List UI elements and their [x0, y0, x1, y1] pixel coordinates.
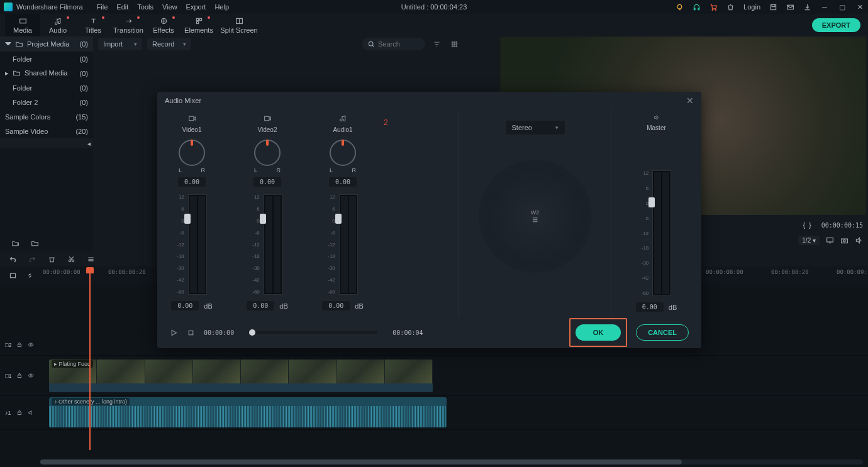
- pan-knob[interactable]: [179, 140, 205, 166]
- search-box[interactable]: [362, 38, 425, 50]
- menu-export[interactable]: Export: [186, 3, 206, 11]
- menu-help[interactable]: Help: [214, 3, 229, 11]
- trash-icon[interactable]: [726, 3, 735, 11]
- svg-point-0: [677, 4, 682, 9]
- close-button[interactable]: ✕: [855, 3, 864, 11]
- mode-dropdown[interactable]: Stereo: [506, 121, 565, 135]
- bulb-icon[interactable]: [676, 3, 684, 11]
- search-input[interactable]: [378, 40, 416, 48]
- dialog-close-icon[interactable]: ✕: [686, 96, 694, 106]
- new-folder-icon[interactable]: [11, 239, 19, 248]
- tab-titles[interactable]: Titles: [75, 14, 111, 36]
- save-icon[interactable]: [769, 3, 777, 11]
- import-dropdown[interactable]: Import: [98, 38, 142, 50]
- lock-icon[interactable]: [16, 409, 23, 417]
- grid-icon[interactable]: [448, 38, 460, 50]
- link-icon[interactable]: [26, 272, 34, 280]
- pan-knob[interactable]: [330, 140, 356, 166]
- ok-button[interactable]: OK: [576, 324, 621, 341]
- sidebar-item[interactable]: Folder(0): [0, 80, 93, 95]
- sidebar-item[interactable]: Sample Video(20): [0, 124, 93, 138]
- menu-file[interactable]: File: [97, 3, 108, 11]
- video-clip[interactable]: ▸ Plating Food: [49, 360, 433, 392]
- tab-elements[interactable]: Elements: [181, 14, 216, 36]
- redo-icon[interactable]: [28, 255, 36, 263]
- cart-icon[interactable]: [709, 3, 718, 11]
- playhead[interactable]: [89, 268, 91, 450]
- db-value[interactable]: 0.00: [322, 301, 350, 310]
- fader[interactable]: [184, 214, 191, 224]
- delete-icon[interactable]: [48, 255, 56, 263]
- db-value[interactable]: 0.00: [247, 301, 274, 310]
- pan-value[interactable]: 0.00: [178, 177, 206, 187]
- download-icon[interactable]: [803, 3, 811, 11]
- pan-r: R: [277, 167, 281, 173]
- headphones-icon[interactable]: [693, 3, 701, 11]
- timeline-scrollbar[interactable]: [40, 459, 863, 464]
- mark-out-icon[interactable]: }: [809, 221, 811, 229]
- fader[interactable]: [260, 214, 266, 224]
- menu-view[interactable]: View: [162, 3, 177, 11]
- cancel-button[interactable]: CANCEL: [636, 324, 689, 341]
- eye-icon[interactable]: [28, 371, 34, 380]
- menu-tools[interactable]: Tools: [137, 3, 153, 11]
- settings-icon[interactable]: [87, 255, 95, 263]
- snapshot-icon[interactable]: [840, 236, 849, 244]
- stop-icon[interactable]: [187, 329, 195, 337]
- sidebar-header[interactable]: Project Media (0): [0, 36, 93, 52]
- tab-titles-label: Titles: [85, 26, 101, 34]
- pan-value[interactable]: 0.00: [253, 177, 281, 187]
- tab-transition[interactable]: Transition: [111, 14, 146, 36]
- tab-media[interactable]: Media: [5, 14, 40, 36]
- audio-clip[interactable]: ♪ Other scenery ... long intro): [49, 397, 447, 427]
- play-icon[interactable]: [170, 329, 178, 337]
- record-dropdown[interactable]: Record: [147, 38, 191, 50]
- sidebar-item[interactable]: Sample Colors(15): [0, 109, 93, 124]
- tab-audio[interactable]: Audio: [40, 14, 75, 36]
- menu-edit[interactable]: Edit: [116, 3, 128, 11]
- eye-icon[interactable]: [28, 341, 34, 349]
- filter-icon[interactable]: [430, 38, 443, 50]
- tab-split-screen[interactable]: Split Screen: [216, 14, 262, 36]
- ruler-tick: 00:00:08:00: [706, 269, 743, 275]
- svg-rect-4: [787, 5, 794, 9]
- mail-icon[interactable]: [786, 3, 794, 11]
- sidebar-item[interactable]: Folder 2(0): [0, 95, 93, 109]
- sidebar-item[interactable]: Folder(0): [0, 52, 93, 66]
- monitor-icon[interactable]: [826, 236, 834, 244]
- mute-icon[interactable]: [28, 409, 34, 417]
- cut-icon[interactable]: [67, 255, 75, 263]
- sidebar-item[interactable]: ▸Shared Media(0): [0, 66, 93, 80]
- pan-knob[interactable]: [254, 140, 281, 166]
- mark-in-icon[interactable]: {: [803, 221, 805, 229]
- track-video1[interactable]: □1 ▸ Plating Food: [0, 356, 868, 396]
- lock-icon[interactable]: [16, 371, 23, 380]
- svg-point-32: [31, 344, 32, 346]
- pan-value[interactable]: 0.00: [329, 177, 357, 187]
- db-value[interactable]: 0.00: [171, 301, 199, 310]
- svg-rect-30: [10, 273, 15, 278]
- document-title: Untitled : 00:00:04:23: [401, 3, 467, 11]
- minimize-button[interactable]: ─: [820, 3, 829, 11]
- marker-icon[interactable]: [9, 272, 17, 280]
- login-button[interactable]: Login: [743, 3, 760, 11]
- channel-name: Video1: [182, 126, 202, 133]
- zoom-dropdown[interactable]: 1/2 ▾: [798, 236, 820, 245]
- sidebar-collapse[interactable]: [0, 138, 93, 148]
- maximize-button[interactable]: ▢: [838, 3, 847, 11]
- tab-effects[interactable]: Effects: [146, 14, 181, 36]
- undo-icon[interactable]: [9, 255, 17, 263]
- track-label: □1: [5, 373, 11, 379]
- app-logo: [4, 3, 13, 11]
- fader[interactable]: [648, 197, 655, 207]
- db-value[interactable]: 0.00: [636, 302, 664, 312]
- surround-pad[interactable]: W2⊞: [479, 160, 592, 273]
- export-button[interactable]: EXPORT: [812, 18, 860, 32]
- lock-icon[interactable]: [16, 341, 23, 349]
- volume-icon[interactable]: [855, 236, 863, 244]
- folder-icon[interactable]: [31, 239, 39, 248]
- annotation-box-ok: OK: [569, 318, 628, 347]
- track-audio1[interactable]: ♪1 ♪ Other scenery ... long intro): [0, 396, 868, 430]
- transport-slider[interactable]: [249, 331, 377, 334]
- fader[interactable]: [335, 214, 342, 224]
